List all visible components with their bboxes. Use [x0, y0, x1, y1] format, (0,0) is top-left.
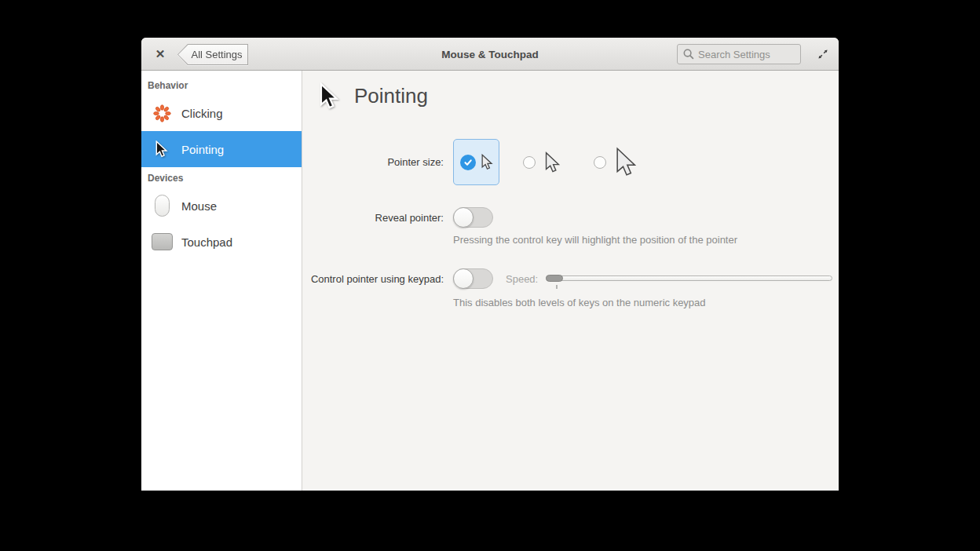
speed-label: Speed: — [506, 273, 538, 285]
page-title: Pointing — [354, 84, 428, 108]
sidebar-item-clicking[interactable]: Clicking — [141, 95, 302, 131]
cursor-icon — [151, 140, 173, 158]
pointing-title-cursor-icon — [320, 82, 339, 110]
pointer-size-option-medium[interactable] — [523, 151, 561, 173]
sidebar-item-label: Mouse — [181, 199, 217, 213]
radio-checked-icon — [460, 155, 476, 170]
header-bar: ✕ All Settings Mouse & Touchpad — [141, 38, 839, 71]
speed-slider[interactable] — [546, 268, 832, 289]
settings-window: ✕ All Settings Mouse & Touchpad — [141, 38, 839, 491]
search-field[interactable] — [677, 44, 801, 64]
main-panel: Pointing Pointer size: — [302, 71, 839, 491]
sidebar-item-touchpad[interactable]: Touchpad — [141, 224, 302, 260]
slider-handle[interactable] — [546, 275, 563, 282]
reveal-pointer-label: Reveal pointer: — [263, 212, 444, 224]
sidebar-item-label: Touchpad — [181, 235, 232, 249]
search-input[interactable] — [698, 49, 800, 60]
reveal-pointer-help: Pressing the control key will highlight … — [453, 234, 737, 246]
radio-unchecked-icon — [594, 156, 606, 169]
slider-tick — [556, 285, 558, 289]
pointer-size-label: Pointer size: — [263, 156, 444, 168]
all-settings-button[interactable]: All Settings — [177, 44, 248, 65]
touchpad-icon — [151, 233, 173, 250]
sidebar-item-label: Pointing — [181, 143, 224, 156]
mouse-icon — [151, 195, 173, 217]
fullscreen-button[interactable] — [812, 43, 834, 65]
keypad-control-label: Control pointer using keypad: — [263, 273, 444, 285]
keypad-control-toggle[interactable] — [453, 268, 493, 289]
all-settings-label: All Settings — [178, 45, 247, 64]
radio-unchecked-icon — [523, 156, 536, 169]
small-cursor-icon — [481, 154, 493, 170]
close-icon: ✕ — [155, 47, 166, 61]
expand-icon — [816, 47, 830, 61]
reveal-pointer-toggle[interactable] — [453, 207, 493, 228]
close-button[interactable]: ✕ — [148, 42, 173, 67]
pointer-size-option-small[interactable] — [453, 139, 499, 185]
sidebar-section-behavior: Behavior — [141, 75, 302, 95]
large-cursor-icon — [616, 147, 638, 177]
medium-cursor-icon — [545, 151, 561, 173]
search-icon — [682, 48, 695, 60]
sidebar-item-label: Clicking — [181, 107, 223, 120]
pointer-size-option-large[interactable] — [594, 147, 638, 177]
keypad-control-help: This disables both levels of keys on the… — [453, 297, 706, 308]
clicking-burst-icon — [151, 103, 173, 124]
